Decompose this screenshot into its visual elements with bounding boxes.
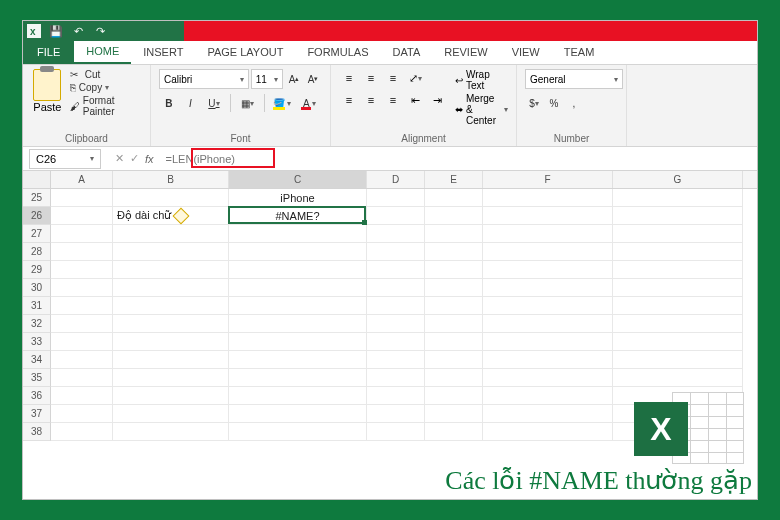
col-header-G[interactable]: G — [613, 171, 743, 188]
cell-D28[interactable] — [367, 243, 425, 261]
increase-font-button[interactable]: A▴ — [285, 69, 303, 89]
cell-A38[interactable] — [51, 423, 113, 441]
row-header-26[interactable]: 26 — [23, 207, 51, 225]
cell-B33[interactable] — [113, 333, 229, 351]
cell-F37[interactable] — [483, 405, 613, 423]
row-header-27[interactable]: 27 — [23, 225, 51, 243]
error-marker-icon[interactable] — [173, 207, 190, 224]
cell-B31[interactable] — [113, 297, 229, 315]
cell-D31[interactable] — [367, 297, 425, 315]
cell-E30[interactable] — [425, 279, 483, 297]
align-top-button[interactable]: ≡ — [339, 69, 359, 87]
row-header-30[interactable]: 30 — [23, 279, 51, 297]
cell-G30[interactable] — [613, 279, 743, 297]
cell-E27[interactable] — [425, 225, 483, 243]
align-left-button[interactable]: ≡ — [339, 91, 359, 109]
tab-insert[interactable]: INSERT — [131, 40, 195, 64]
cell-B32[interactable] — [113, 315, 229, 333]
cell-E36[interactable] — [425, 387, 483, 405]
cell-C34[interactable] — [229, 351, 367, 369]
cell-C33[interactable] — [229, 333, 367, 351]
underline-button[interactable]: U ▾ — [202, 93, 226, 113]
cell-F27[interactable] — [483, 225, 613, 243]
cell-E37[interactable] — [425, 405, 483, 423]
cell-D25[interactable] — [367, 189, 425, 207]
fx-icon[interactable]: fx — [145, 153, 154, 165]
cell-D32[interactable] — [367, 315, 425, 333]
row-header-38[interactable]: 38 — [23, 423, 51, 441]
cell-G26[interactable] — [613, 207, 743, 225]
cell-E33[interactable] — [425, 333, 483, 351]
cell-G31[interactable] — [613, 297, 743, 315]
cell-B29[interactable] — [113, 261, 229, 279]
cell-E32[interactable] — [425, 315, 483, 333]
cell-A37[interactable] — [51, 405, 113, 423]
cell-F29[interactable] — [483, 261, 613, 279]
col-header-A[interactable]: A — [51, 171, 113, 188]
name-box[interactable]: C26▾ — [29, 149, 101, 169]
cell-A31[interactable] — [51, 297, 113, 315]
cell-D30[interactable] — [367, 279, 425, 297]
percent-button[interactable]: % — [545, 93, 563, 113]
align-middle-button[interactable]: ≡ — [361, 69, 381, 87]
cell-D37[interactable] — [367, 405, 425, 423]
cell-A30[interactable] — [51, 279, 113, 297]
cell-E38[interactable] — [425, 423, 483, 441]
cell-C30[interactable] — [229, 279, 367, 297]
cell-G34[interactable] — [613, 351, 743, 369]
cell-E34[interactable] — [425, 351, 483, 369]
row-header-36[interactable]: 36 — [23, 387, 51, 405]
cell-F26[interactable] — [483, 207, 613, 225]
cell-A29[interactable] — [51, 261, 113, 279]
italic-button[interactable]: I — [181, 93, 201, 113]
row-header-35[interactable]: 35 — [23, 369, 51, 387]
cell-C35[interactable] — [229, 369, 367, 387]
font-color-button[interactable]: A▾ — [297, 93, 322, 113]
row-header-25[interactable]: 25 — [23, 189, 51, 207]
cell-B35[interactable] — [113, 369, 229, 387]
tab-formulas[interactable]: FORMULAS — [295, 40, 380, 64]
cell-A35[interactable] — [51, 369, 113, 387]
cell-B30[interactable] — [113, 279, 229, 297]
align-right-button[interactable]: ≡ — [383, 91, 403, 109]
cell-C32[interactable] — [229, 315, 367, 333]
cell-F35[interactable] — [483, 369, 613, 387]
row-header-31[interactable]: 31 — [23, 297, 51, 315]
tab-data[interactable]: DATA — [381, 40, 433, 64]
align-center-button[interactable]: ≡ — [361, 91, 381, 109]
cell-G33[interactable] — [613, 333, 743, 351]
cell-A25[interactable] — [51, 189, 113, 207]
cell-F31[interactable] — [483, 297, 613, 315]
decrease-font-button[interactable]: A▾ — [304, 69, 322, 89]
cell-B36[interactable] — [113, 387, 229, 405]
number-format-select[interactable]: General▾ — [525, 69, 623, 89]
cell-B38[interactable] — [113, 423, 229, 441]
row-header-34[interactable]: 34 — [23, 351, 51, 369]
col-header-F[interactable]: F — [483, 171, 613, 188]
row-header-29[interactable]: 29 — [23, 261, 51, 279]
cell-D36[interactable] — [367, 387, 425, 405]
cell-F25[interactable] — [483, 189, 613, 207]
cell-A36[interactable] — [51, 387, 113, 405]
cell-A32[interactable] — [51, 315, 113, 333]
cell-F36[interactable] — [483, 387, 613, 405]
cell-G25[interactable] — [613, 189, 743, 207]
cell-D29[interactable] — [367, 261, 425, 279]
cell-B26[interactable]: Độ dài chữ — [113, 207, 229, 225]
cell-A34[interactable] — [51, 351, 113, 369]
cell-D26[interactable] — [367, 207, 425, 225]
col-header-C[interactable]: C — [229, 171, 367, 188]
cell-C31[interactable] — [229, 297, 367, 315]
border-button[interactable]: ▦ ▾ — [235, 93, 260, 113]
row-header-32[interactable]: 32 — [23, 315, 51, 333]
cell-A27[interactable] — [51, 225, 113, 243]
cell-E35[interactable] — [425, 369, 483, 387]
cell-F38[interactable] — [483, 423, 613, 441]
bold-button[interactable]: B — [159, 93, 179, 113]
cancel-formula-icon[interactable]: ✕ — [115, 152, 124, 165]
decrease-indent-button[interactable]: ⇤ — [405, 91, 425, 109]
col-header-D[interactable]: D — [367, 171, 425, 188]
tab-review[interactable]: REVIEW — [432, 40, 499, 64]
accept-formula-icon[interactable]: ✓ — [130, 152, 139, 165]
row-header-28[interactable]: 28 — [23, 243, 51, 261]
